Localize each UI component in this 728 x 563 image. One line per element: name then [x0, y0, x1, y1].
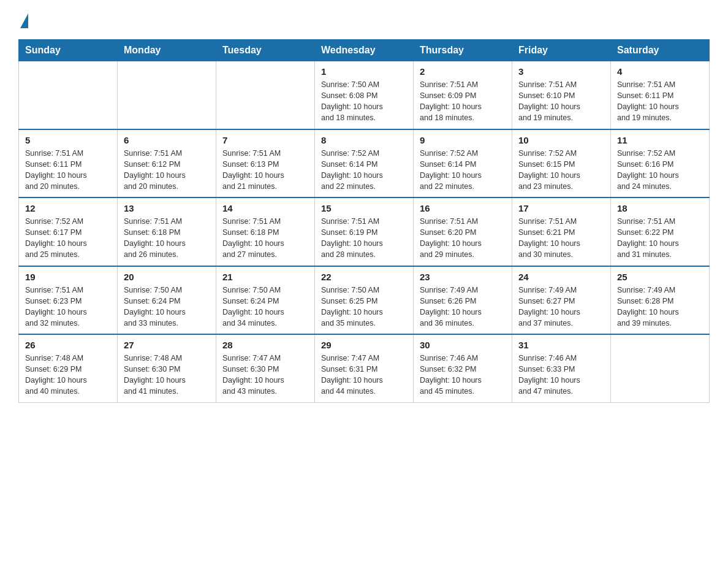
day-number: 29	[321, 340, 407, 350]
day-number: 28	[222, 340, 308, 350]
calendar-cell	[611, 334, 710, 402]
calendar-cell: 31Sunrise: 7:46 AM Sunset: 6:33 PM Dayli…	[512, 334, 611, 402]
calendar-cell: 28Sunrise: 7:47 AM Sunset: 6:30 PM Dayli…	[216, 334, 315, 402]
calendar-cell	[216, 61, 315, 129]
day-info: Sunrise: 7:51 AM Sunset: 6:23 PM Dayligh…	[25, 285, 111, 329]
calendar-cell: 15Sunrise: 7:51 AM Sunset: 6:19 PM Dayli…	[315, 197, 414, 266]
day-info: Sunrise: 7:51 AM Sunset: 6:11 PM Dayligh…	[25, 148, 111, 193]
day-info: Sunrise: 7:48 AM Sunset: 6:30 PM Dayligh…	[124, 353, 210, 397]
day-number: 20	[124, 272, 210, 282]
day-number: 5	[25, 135, 111, 145]
calendar-cell: 4Sunrise: 7:51 AM Sunset: 6:11 PM Daylig…	[611, 61, 710, 129]
calendar-cell: 30Sunrise: 7:46 AM Sunset: 6:32 PM Dayli…	[414, 334, 512, 402]
calendar-cell: 7Sunrise: 7:51 AM Sunset: 6:13 PM Daylig…	[216, 129, 315, 198]
day-number: 27	[124, 340, 210, 350]
calendar-cell: 22Sunrise: 7:50 AM Sunset: 6:25 PM Dayli…	[315, 266, 414, 335]
header-tuesday: Tuesday	[216, 40, 315, 61]
calendar-table: SundayMondayTuesdayWednesdayThursdayFrid…	[18, 39, 710, 403]
day-number: 13	[124, 203, 210, 213]
day-number: 26	[25, 340, 111, 350]
header-sunday: Sunday	[19, 40, 118, 61]
day-number: 24	[518, 272, 604, 282]
header-thursday: Thursday	[414, 40, 512, 61]
day-number: 18	[617, 203, 703, 213]
day-info: Sunrise: 7:47 AM Sunset: 6:31 PM Dayligh…	[321, 353, 407, 397]
calendar-cell: 16Sunrise: 7:51 AM Sunset: 6:20 PM Dayli…	[414, 197, 512, 266]
day-number: 8	[321, 135, 407, 145]
calendar-cell: 5Sunrise: 7:51 AM Sunset: 6:11 PM Daylig…	[19, 129, 118, 198]
day-info: Sunrise: 7:51 AM Sunset: 6:22 PM Dayligh…	[617, 216, 703, 261]
calendar-cell: 8Sunrise: 7:52 AM Sunset: 6:14 PM Daylig…	[315, 129, 414, 198]
day-number: 21	[222, 272, 308, 282]
calendar-cell: 27Sunrise: 7:48 AM Sunset: 6:30 PM Dayli…	[118, 334, 216, 402]
page-header	[18, 12, 710, 27]
calendar-cell: 1Sunrise: 7:50 AM Sunset: 6:08 PM Daylig…	[315, 61, 414, 129]
day-info: Sunrise: 7:50 AM Sunset: 6:24 PM Dayligh…	[124, 285, 210, 329]
day-number: 17	[518, 203, 604, 213]
calendar-week-row: 19Sunrise: 7:51 AM Sunset: 6:23 PM Dayli…	[19, 266, 710, 335]
calendar-cell	[19, 61, 118, 129]
day-number: 12	[25, 203, 111, 213]
calendar-cell: 3Sunrise: 7:51 AM Sunset: 6:10 PM Daylig…	[512, 61, 611, 129]
day-number: 4	[617, 66, 703, 77]
day-info: Sunrise: 7:51 AM Sunset: 6:13 PM Dayligh…	[222, 148, 308, 193]
day-number: 30	[420, 340, 506, 350]
calendar-cell: 6Sunrise: 7:51 AM Sunset: 6:12 PM Daylig…	[118, 129, 216, 198]
day-number: 15	[321, 203, 407, 213]
calendar-cell: 9Sunrise: 7:52 AM Sunset: 6:14 PM Daylig…	[414, 129, 512, 198]
day-info: Sunrise: 7:51 AM Sunset: 6:20 PM Dayligh…	[420, 216, 506, 261]
day-info: Sunrise: 7:51 AM Sunset: 6:18 PM Dayligh…	[124, 216, 210, 261]
calendar-header-row: SundayMondayTuesdayWednesdayThursdayFrid…	[19, 40, 710, 61]
calendar-cell: 17Sunrise: 7:51 AM Sunset: 6:21 PM Dayli…	[512, 197, 611, 266]
day-number: 11	[617, 135, 703, 145]
day-number: 9	[420, 135, 506, 145]
calendar-week-row: 26Sunrise: 7:48 AM Sunset: 6:29 PM Dayli…	[19, 334, 710, 402]
calendar-cell: 19Sunrise: 7:51 AM Sunset: 6:23 PM Dayli…	[19, 266, 118, 335]
day-number: 14	[222, 203, 308, 213]
day-info: Sunrise: 7:50 AM Sunset: 6:08 PM Dayligh…	[321, 79, 407, 124]
calendar-week-row: 5Sunrise: 7:51 AM Sunset: 6:11 PM Daylig…	[19, 129, 710, 198]
header-wednesday: Wednesday	[315, 40, 414, 61]
day-info: Sunrise: 7:46 AM Sunset: 6:32 PM Dayligh…	[420, 353, 506, 397]
calendar-cell: 12Sunrise: 7:52 AM Sunset: 6:17 PM Dayli…	[19, 197, 118, 266]
day-number: 22	[321, 272, 407, 282]
day-info: Sunrise: 7:46 AM Sunset: 6:33 PM Dayligh…	[518, 353, 604, 397]
day-number: 10	[518, 135, 604, 145]
day-number: 25	[617, 272, 703, 282]
calendar-cell: 13Sunrise: 7:51 AM Sunset: 6:18 PM Dayli…	[118, 197, 216, 266]
day-info: Sunrise: 7:52 AM Sunset: 6:14 PM Dayligh…	[420, 148, 506, 193]
day-info: Sunrise: 7:51 AM Sunset: 6:21 PM Dayligh…	[518, 216, 604, 261]
day-info: Sunrise: 7:49 AM Sunset: 6:27 PM Dayligh…	[518, 285, 604, 329]
day-number: 7	[222, 135, 308, 145]
day-info: Sunrise: 7:51 AM Sunset: 6:09 PM Dayligh…	[420, 79, 506, 124]
day-number: 23	[420, 272, 506, 282]
calendar-cell	[118, 61, 216, 129]
calendar-cell: 29Sunrise: 7:47 AM Sunset: 6:31 PM Dayli…	[315, 334, 414, 402]
calendar-cell: 21Sunrise: 7:50 AM Sunset: 6:24 PM Dayli…	[216, 266, 315, 335]
header-friday: Friday	[512, 40, 611, 61]
calendar-week-row: 12Sunrise: 7:52 AM Sunset: 6:17 PM Dayli…	[19, 197, 710, 266]
day-info: Sunrise: 7:51 AM Sunset: 6:10 PM Dayligh…	[518, 79, 604, 124]
day-number: 3	[518, 66, 604, 77]
day-info: Sunrise: 7:49 AM Sunset: 6:28 PM Dayligh…	[617, 285, 703, 329]
header-monday: Monday	[118, 40, 216, 61]
day-info: Sunrise: 7:48 AM Sunset: 6:29 PM Dayligh…	[25, 353, 111, 397]
calendar-cell: 23Sunrise: 7:49 AM Sunset: 6:26 PM Dayli…	[414, 266, 512, 335]
day-info: Sunrise: 7:52 AM Sunset: 6:14 PM Dayligh…	[321, 148, 407, 193]
day-info: Sunrise: 7:50 AM Sunset: 6:24 PM Dayligh…	[222, 285, 308, 329]
calendar-cell: 18Sunrise: 7:51 AM Sunset: 6:22 PM Dayli…	[611, 197, 710, 266]
day-number: 1	[321, 66, 407, 77]
day-number: 16	[420, 203, 506, 213]
day-info: Sunrise: 7:52 AM Sunset: 6:15 PM Dayligh…	[518, 148, 604, 193]
calendar-cell: 14Sunrise: 7:51 AM Sunset: 6:18 PM Dayli…	[216, 197, 315, 266]
calendar-cell: 20Sunrise: 7:50 AM Sunset: 6:24 PM Dayli…	[118, 266, 216, 335]
calendar-cell: 2Sunrise: 7:51 AM Sunset: 6:09 PM Daylig…	[414, 61, 512, 129]
day-info: Sunrise: 7:52 AM Sunset: 6:17 PM Dayligh…	[25, 216, 111, 261]
day-number: 6	[124, 135, 210, 145]
day-number: 19	[25, 272, 111, 282]
calendar-cell: 26Sunrise: 7:48 AM Sunset: 6:29 PM Dayli…	[19, 334, 118, 402]
day-info: Sunrise: 7:50 AM Sunset: 6:25 PM Dayligh…	[321, 285, 407, 329]
calendar-cell: 11Sunrise: 7:52 AM Sunset: 6:16 PM Dayli…	[611, 129, 710, 198]
day-info: Sunrise: 7:51 AM Sunset: 6:11 PM Dayligh…	[617, 79, 703, 124]
day-info: Sunrise: 7:47 AM Sunset: 6:30 PM Dayligh…	[222, 353, 308, 397]
